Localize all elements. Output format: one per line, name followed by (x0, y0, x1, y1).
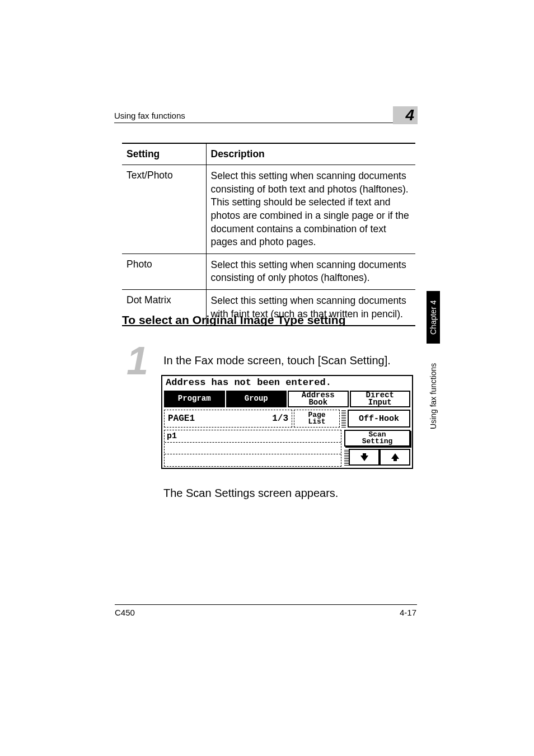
svg-marker-1 (391, 453, 399, 461)
lcd-arrow-row (344, 449, 410, 466)
setting-description: Select this setting when scanning docume… (206, 253, 415, 289)
setting-description: Select this setting when scanning docume… (206, 165, 415, 254)
drag-handle-icon (344, 449, 349, 466)
lcd-row-2: PAGE1 1/3 Page List Off-Hook (164, 410, 410, 428)
settings-col-setting: Setting (122, 143, 206, 165)
scan-setting-button[interactable]: Scan Setting (344, 430, 410, 447)
off-hook-button[interactable]: Off-Hook (348, 410, 410, 428)
tab-direct-input[interactable]: Direct Input (350, 391, 411, 407)
arrow-down-button[interactable] (349, 449, 380, 466)
tab-group[interactable]: Group (226, 391, 287, 407)
setting-name: Photo (122, 253, 206, 289)
arrow-down-icon (359, 452, 369, 462)
page-label: PAGE1 (168, 414, 195, 424)
tab-address-book[interactable]: Address Book (288, 391, 349, 407)
side-chapter-tab: Chapter 4 (427, 291, 440, 344)
lcd-list-area: p1 (164, 430, 341, 467)
list-item[interactable] (165, 443, 341, 455)
side-section-label: Using fax functions (427, 351, 440, 441)
step-result-text: The Scan Settings screen appears. (163, 487, 338, 500)
table-row: Text/Photo Select this setting when scan… (122, 165, 415, 254)
header-chapter-number: 4 (393, 106, 418, 124)
footer-rule (115, 604, 417, 605)
lcd-status-line: Address has not been entered. (166, 377, 331, 388)
drag-handle-icon (341, 410, 346, 428)
page-list-button[interactable]: Page List (294, 410, 340, 428)
arrow-up-button[interactable] (380, 449, 410, 466)
footer-page-number: 4-17 (400, 608, 416, 617)
lcd-screenshot: Address has not been entered. Program Gr… (161, 375, 413, 469)
settings-table: Setting Description Text/Photo Select th… (122, 143, 415, 326)
section-heading: To select an Original Image Type setting (122, 313, 345, 327)
footer-model: C450 (115, 608, 135, 617)
table-row: Photo Select this setting when scanning … (122, 253, 415, 289)
list-item[interactable] (165, 454, 341, 466)
step-instruction: In the Fax mode screen, touch [Scan Sett… (163, 354, 391, 367)
page-indicator: PAGE1 1/3 (164, 410, 292, 428)
setting-name: Text/Photo (122, 165, 206, 254)
page-count: 1/3 (272, 414, 288, 424)
page: Using fax functions 4 Setting Descriptio… (0, 0, 534, 756)
tab-program[interactable]: Program (164, 391, 225, 407)
lcd-tab-row: Program Group Address Book Direct Input (164, 391, 410, 407)
settings-col-description: Description (206, 143, 415, 165)
list-item[interactable]: p1 (165, 430, 341, 443)
svg-marker-0 (360, 453, 368, 461)
arrow-up-icon (390, 452, 400, 462)
step-number: 1 (127, 339, 148, 383)
header-section-title: Using fax functions (114, 111, 416, 123)
